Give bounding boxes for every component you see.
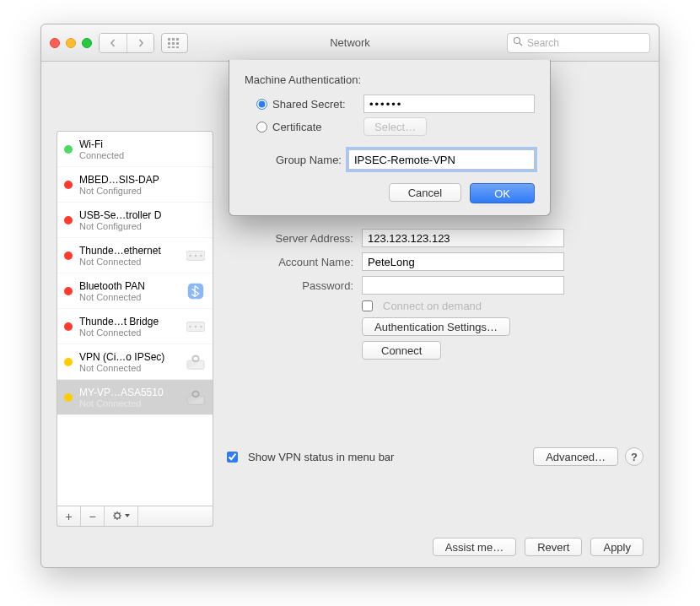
svg-point-14 <box>200 254 202 256</box>
status-dot-icon <box>64 252 73 260</box>
zoom-window-button[interactable] <box>82 38 92 48</box>
status-dot-icon <box>64 358 73 366</box>
interface-status: Not Configured <box>79 221 179 231</box>
search-field-wrapper[interactable] <box>507 33 650 53</box>
forward-button[interactable] <box>127 34 153 52</box>
interface-item-3[interactable]: Thunde…ethernetNot Connected <box>57 238 213 273</box>
ok-button[interactable]: OK <box>470 183 535 203</box>
interface-item-6[interactable]: VPN (Ci…o IPSec)Not Connected <box>57 344 213 380</box>
interface-actions-button[interactable] <box>105 506 138 526</box>
machine-authentication-heading: Machine Authentication: <box>245 73 535 86</box>
password-input[interactable] <box>362 276 564 295</box>
status-dot-icon <box>64 181 73 189</box>
shared-secret-label: Shared Secret: <box>272 98 358 111</box>
revert-button[interactable]: Revert <box>525 538 582 556</box>
svg-rect-0 <box>168 38 170 41</box>
advanced-button[interactable]: Advanced… <box>533 447 618 466</box>
minimize-window-button[interactable] <box>66 38 76 48</box>
svg-rect-1 <box>172 38 175 41</box>
authentication-settings-button[interactable]: Authentication Settings… <box>362 317 510 336</box>
svg-point-13 <box>195 254 197 256</box>
cancel-button[interactable]: Cancel <box>389 183 461 202</box>
account-name-input[interactable] <box>362 252 564 271</box>
group-name-input[interactable] <box>348 149 535 170</box>
interface-item-7[interactable]: MY-VP…ASA5510Not Connected <box>57 380 213 415</box>
group-name-label: Group Name: <box>249 154 342 166</box>
account-name-label: Account Name: <box>227 256 362 268</box>
svg-point-17 <box>189 325 191 327</box>
interface-name: VPN (Ci…o IPSec) <box>79 351 179 363</box>
shared-secret-input[interactable] <box>363 95 535 113</box>
back-button[interactable] <box>100 34 127 52</box>
status-dot-icon <box>64 287 73 295</box>
interface-name: Bluetooth PAN <box>79 280 179 292</box>
apply-button[interactable]: Apply <box>590 538 643 556</box>
interface-name: MBED…SIS-DAP <box>79 174 179 186</box>
remove-interface-button[interactable]: − <box>81 506 105 526</box>
interface-name: MY-VP…ASA5510 <box>79 387 179 398</box>
interface-type-icon <box>186 140 206 159</box>
status-dot-icon <box>64 216 73 225</box>
svg-line-32 <box>119 517 120 518</box>
server-address-label: Server Address: <box>227 232 362 245</box>
svg-rect-8 <box>176 46 179 48</box>
svg-rect-4 <box>172 42 175 45</box>
search-icon <box>513 36 523 49</box>
svg-rect-7 <box>172 46 175 48</box>
interface-name: Thunde…t Bridge <box>79 316 179 327</box>
password-label: Password: <box>227 279 362 292</box>
add-interface-button[interactable]: + <box>57 506 81 526</box>
svg-point-26 <box>114 512 119 517</box>
help-button[interactable]: ? <box>625 447 643 466</box>
svg-rect-6 <box>168 46 170 48</box>
titlebar: Network <box>41 24 659 62</box>
search-input[interactable] <box>527 37 654 49</box>
footer-buttons: Assist me… Revert Apply <box>41 527 659 567</box>
server-address-input[interactable] <box>362 229 564 247</box>
status-dot-icon <box>64 145 73 154</box>
svg-line-33 <box>114 517 115 518</box>
svg-line-10 <box>520 43 522 46</box>
interface-item-5[interactable]: Thunde…t BridgeNot Connected <box>57 309 213 344</box>
close-window-button[interactable] <box>50 38 60 48</box>
interface-type-icon <box>186 246 206 265</box>
show-vpn-status-label: Show VPN status in menu bar <box>248 451 394 463</box>
interface-status: Not Connected <box>79 327 179 338</box>
interface-type-icon <box>186 176 206 194</box>
show-vpn-status-checkbox[interactable] <box>227 452 238 463</box>
connect-button[interactable]: Connect <box>362 341 441 360</box>
interface-item-0[interactable]: Wi-FiConnected <box>57 132 213 167</box>
interface-type-icon <box>186 211 206 230</box>
certificate-label: Certificate <box>272 121 358 133</box>
interface-status: Not Connected <box>79 292 179 302</box>
interface-status: Not Configured <box>79 186 179 196</box>
connect-on-demand-checkbox[interactable] <box>362 300 373 311</box>
certificate-select-button[interactable]: Select… <box>363 117 427 136</box>
svg-line-31 <box>114 512 115 513</box>
interface-item-4[interactable]: Bluetooth PANNot Connected <box>57 273 213 309</box>
interface-list-controls: + − <box>57 506 213 527</box>
certificate-radio[interactable] <box>256 122 267 133</box>
interface-name: USB-Se…troller D <box>79 209 179 221</box>
interface-item-2[interactable]: USB-Se…troller DNot Configured <box>57 203 213 238</box>
svg-rect-3 <box>168 42 170 45</box>
network-preferences-window: Network Wi-FiConnectedMBED…SIS-DAPNot Co… <box>40 24 660 568</box>
interface-item-1[interactable]: MBED…SIS-DAPNot Configured <box>57 167 213 203</box>
interface-list[interactable]: Wi-FiConnectedMBED…SIS-DAPNot Configured… <box>57 131 213 506</box>
svg-line-34 <box>119 512 120 513</box>
interface-type-icon <box>186 353 206 371</box>
window-controls <box>50 38 92 48</box>
shared-secret-radio[interactable] <box>256 99 267 110</box>
interface-sidebar: Wi-FiConnectedMBED…SIS-DAPNot Configured… <box>57 131 213 527</box>
svg-rect-5 <box>176 42 179 45</box>
interface-type-icon <box>186 317 206 336</box>
chevron-right-icon <box>137 39 145 47</box>
show-all-button[interactable] <box>161 33 188 53</box>
assist-me-button[interactable]: Assist me… <box>433 538 516 556</box>
svg-point-19 <box>200 325 202 327</box>
interface-type-icon <box>186 388 206 407</box>
interface-type-icon <box>186 282 206 300</box>
svg-point-9 <box>514 38 520 44</box>
grid-icon <box>168 38 181 48</box>
status-dot-icon <box>64 393 73 402</box>
